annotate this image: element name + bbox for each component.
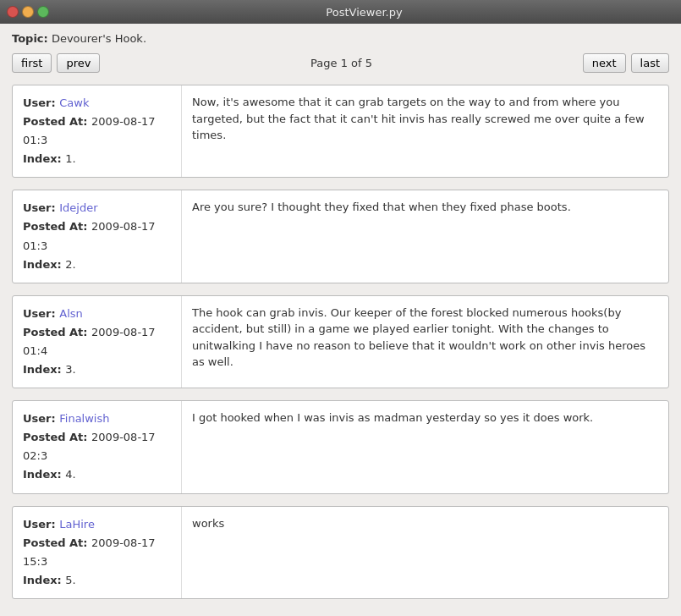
- app-window: Topic: Devourer's Hook. first prev Page …: [0, 24, 681, 616]
- user-label: User:: [23, 412, 59, 425]
- post-user-line: User: LaHire: [23, 515, 171, 534]
- post-date-line: Posted At: 2009-08-17 15:3: [23, 534, 171, 571]
- page-info: Page 1 of 5: [105, 57, 577, 69]
- post-text: Now, it's awesome that it can grab targe…: [192, 96, 645, 141]
- index-label: Index:: [23, 258, 65, 271]
- post-index: 2.: [65, 258, 75, 271]
- post-user[interactable]: LaHire: [59, 518, 95, 531]
- maximize-button[interactable]: [37, 6, 49, 18]
- window-controls[interactable]: [7, 6, 49, 18]
- window-title: PostViewer.py: [54, 6, 674, 19]
- post-meta: User: Alsn Posted At: 2009-08-17 01:4 In…: [13, 296, 182, 388]
- post-index-line: Index: 3.: [23, 360, 171, 379]
- post-meta: User: Idejder Posted At: 2009-08-17 01:3…: [13, 190, 182, 282]
- post-text: I got hooked when I was invis as madman …: [192, 411, 593, 424]
- close-button[interactable]: [7, 6, 19, 18]
- prev-button[interactable]: prev: [57, 53, 100, 73]
- post-index-line: Index: 2.: [23, 256, 171, 274]
- post-user-line: User: Idejder: [23, 199, 171, 217]
- post-date-line: Posted At: 2009-08-17 02:3: [23, 428, 171, 465]
- post-user[interactable]: Idejder: [59, 201, 97, 214]
- posts-area: User: Cawk Posted At: 2009-08-17 01:3 In…: [0, 81, 681, 602]
- post-content: The hook can grab invis. Our keeper of t…: [182, 296, 668, 388]
- post-meta: User: LaHire Posted At: 2009-08-17 15:3 …: [13, 507, 182, 598]
- topic-label: Topic:: [12, 32, 48, 45]
- post-meta: User: Finalwish Posted At: 2009-08-17 02…: [13, 401, 182, 492]
- post-user-line: User: Alsn: [23, 305, 171, 323]
- posted-at-label: Posted At:: [23, 220, 91, 233]
- post-card: User: Idejder Posted At: 2009-08-17 01:3…: [12, 190, 669, 283]
- post-index-line: Index: 5.: [23, 571, 171, 590]
- user-label: User:: [23, 518, 59, 531]
- post-card: User: LaHire Posted At: 2009-08-17 15:3 …: [12, 506, 669, 599]
- post-card: User: Finalwish Posted At: 2009-08-17 02…: [12, 400, 669, 493]
- post-text: The hook can grab invis. Our keeper of t…: [192, 306, 645, 369]
- index-label: Index:: [23, 574, 65, 586]
- posted-at-label: Posted At:: [23, 536, 91, 549]
- post-card: User: Cawk Posted At: 2009-08-17 01:3 In…: [12, 85, 669, 178]
- posted-at-label: Posted At:: [23, 326, 91, 338]
- post-index: 5.: [65, 574, 75, 586]
- first-button[interactable]: first: [12, 53, 52, 73]
- post-content[interactable]: Now, it's awesome that it can grab targe…: [182, 85, 668, 153]
- post-text: works: [192, 517, 224, 530]
- post-index-line: Index: 4.: [23, 465, 171, 484]
- post-date-line: Posted At: 2009-08-17 01:3: [23, 113, 171, 150]
- post-content: I got hooked when I was invis as madman …: [182, 401, 668, 492]
- posted-at-label: Posted At:: [23, 431, 91, 443]
- index-label: Index:: [23, 468, 65, 481]
- user-label: User:: [23, 307, 59, 320]
- post-text: Are you sure? I thought they fixed that …: [192, 201, 571, 213]
- next-button[interactable]: next: [583, 53, 626, 73]
- post-index: 1.: [65, 152, 75, 165]
- post-user[interactable]: Cawk: [59, 96, 89, 109]
- post-user[interactable]: Finalwish: [59, 412, 109, 425]
- post-user-line: User: Cawk: [23, 94, 171, 113]
- pagination-bar: first prev Page 1 of 5 next last: [0, 50, 681, 81]
- index-label: Index:: [23, 152, 65, 165]
- topic-title: Devourer's Hook.: [52, 32, 146, 45]
- user-label: User:: [23, 201, 59, 214]
- posted-at-label: Posted At:: [23, 115, 91, 128]
- title-bar: PostViewer.py: [0, 0, 681, 24]
- minimize-button[interactable]: [22, 6, 34, 18]
- post-user[interactable]: Alsn: [59, 307, 83, 320]
- post-content: works: [182, 507, 668, 598]
- user-label: User:: [23, 96, 59, 109]
- post-index: 4.: [65, 468, 75, 481]
- post-index-line: Index: 1.: [23, 150, 171, 168]
- post-content: Are you sure? I thought they fixed that …: [182, 190, 668, 282]
- post-meta: User: Cawk Posted At: 2009-08-17 01:3 In…: [13, 85, 182, 177]
- last-button[interactable]: last: [631, 53, 669, 73]
- post-user-line: User: Finalwish: [23, 410, 171, 428]
- post-date-line: Posted At: 2009-08-17 01:3: [23, 217, 171, 255]
- post-card: User: Alsn Posted At: 2009-08-17 01:4 In…: [12, 295, 669, 388]
- post-index: 3.: [65, 363, 75, 376]
- post-date-line: Posted At: 2009-08-17 01:4: [23, 323, 171, 360]
- index-label: Index:: [23, 363, 65, 376]
- topic-bar: Topic: Devourer's Hook.: [0, 24, 681, 50]
